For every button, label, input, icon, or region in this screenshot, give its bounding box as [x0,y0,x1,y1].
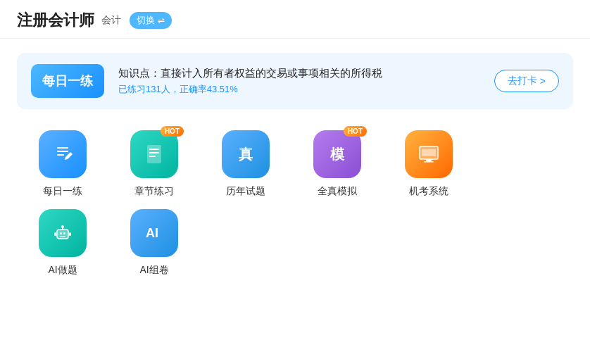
feature-item-daily[interactable]: 每日一练 [17,130,108,202]
svg-rect-19 [69,232,71,236]
feature-item-past[interactable]: 真 历年试题 [200,130,291,202]
chapter-label: 章节练习 [134,185,174,198]
page-title: 注册会计师 [17,10,94,31]
svg-rect-15 [60,236,65,237]
switch-button[interactable]: 切换 ⇌ [130,12,172,29]
mock-icon-circle: HOT 模 [313,130,361,178]
daily-banner: 每日一练 知识点：直接计入所有者权益的交易或事项相关的所得税 已练习131人，正… [17,53,573,109]
knowledge-prefix: 知识点： [118,67,161,79]
daily-info: 知识点：直接计入所有者权益的交易或事项相关的所得税 已练习131人，正确率43.… [118,67,480,96]
go-checkin-button[interactable]: 去打卡 > [494,70,559,92]
daily-title: 知识点：直接计入所有者权益的交易或事项相关的所得税 [118,67,480,80]
mock-text-icon: 模 [330,145,344,164]
svg-rect-4 [147,145,161,163]
chapter-icon-circle: HOT [130,130,178,178]
exam-label: 机考系统 [409,185,448,198]
feature-grid: 每日一练 HOT 章节练习 真 历年试题 HOT 模 [0,116,590,288]
chevron-right-icon: > [540,75,546,87]
exam-icon-circle [405,130,453,178]
daily-icon-circle [39,130,87,178]
real-text-icon: 真 [239,145,253,164]
svg-rect-7 [149,156,156,157]
svg-rect-18 [54,232,56,236]
past-label: 历年试题 [226,185,265,198]
pencil-icon [50,142,75,167]
grid-row-2: AI做题 AI AI组卷 [17,209,573,281]
header: 注册会计师 会计 切换 ⇌ [0,0,590,39]
mock-hot-badge: HOT [344,126,367,137]
go-checkin-label: 去打卡 [508,75,537,87]
ai-compose-icon-circle: AI [130,209,178,257]
daily-stats: 已练习131人，正确率43.51% [118,83,480,96]
switch-icon: ⇌ [158,15,165,25]
switch-label: 切换 [137,14,155,27]
svg-marker-3 [65,152,73,160]
svg-rect-14 [63,232,65,234]
robot-icon [50,220,75,246]
feature-item-mock[interactable]: HOT 模 全真模拟 [291,130,383,202]
feature-item-chapter[interactable]: HOT 章节练习 [108,130,200,202]
ai-icon: AI [142,220,167,246]
mock-label: 全真模拟 [318,185,357,198]
chapter-hot-badge: HOT [161,126,184,137]
header-subtitle: 会计 [101,14,121,27]
grid-row-1: 每日一练 HOT 章节练习 真 历年试题 HOT 模 [17,130,573,202]
svg-rect-11 [422,149,436,156]
doc-icon [142,142,167,167]
daily-label: 每日一练 [43,185,82,198]
screen-icon [416,142,441,167]
svg-rect-6 [149,152,159,153]
daily-badge: 每日一练 [31,64,104,98]
knowledge-text: 直接计入所有者权益的交易或事项相关的所得税 [161,67,382,79]
ai-compose-label: AI组卷 [139,264,168,277]
feature-item-ai-do[interactable]: AI做题 [17,209,108,281]
svg-rect-1 [57,151,68,152]
svg-rect-12 [57,230,68,239]
feature-item-ai-compose[interactable]: AI AI组卷 [108,209,200,281]
svg-rect-2 [57,154,64,156]
ai-do-icon-circle [39,209,87,257]
svg-point-17 [61,225,64,228]
svg-rect-9 [426,159,432,161]
svg-rect-13 [60,232,62,234]
svg-text:AI: AI [146,226,158,240]
svg-rect-10 [424,161,434,163]
feature-item-exam[interactable]: 机考系统 [383,130,475,202]
past-icon-circle: 真 [222,130,270,178]
svg-rect-5 [149,149,159,150]
svg-rect-0 [57,147,68,149]
ai-do-label: AI做题 [48,264,77,277]
